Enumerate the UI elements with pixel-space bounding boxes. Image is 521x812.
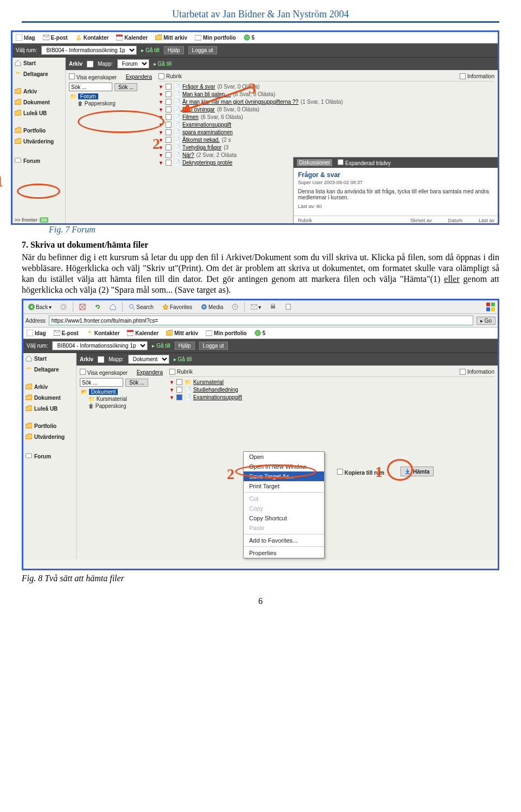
sb-start[interactable]: Start bbox=[15, 60, 63, 66]
logout-btn[interactable]: Logga ut bbox=[188, 46, 217, 54]
search-input[interactable] bbox=[69, 83, 112, 91]
tree2-root[interactable]: 📂 Dokument bbox=[81, 389, 163, 395]
sb2-start[interactable]: Start bbox=[26, 355, 74, 362]
logout-btn-2[interactable]: Logga ut bbox=[199, 342, 228, 350]
nav-arkiv[interactable]: Mitt arkiv bbox=[155, 34, 187, 41]
ie-mail[interactable]: ▾ bbox=[248, 302, 264, 312]
sb2-lulea[interactable]: Luleå UB bbox=[26, 405, 74, 412]
nav2-notif[interactable]: 5 bbox=[255, 330, 266, 336]
nav2-portfolio[interactable]: Min portfolio bbox=[206, 330, 247, 336]
ie-stop[interactable] bbox=[77, 302, 88, 312]
ie-history[interactable] bbox=[229, 302, 241, 312]
tree-root[interactable]: 📁 Forum bbox=[70, 93, 152, 99]
file-row[interactable]: ▼ 📁 Kursmaterial bbox=[169, 379, 494, 385]
nav-kontakter[interactable]: Kontakter bbox=[75, 34, 109, 41]
thread-row[interactable]: ▼ 📄 Filmen (6 Svar, 6 Olästa) bbox=[158, 114, 494, 120]
ctx-open[interactable]: Open bbox=[244, 452, 324, 462]
ie-fwd[interactable] bbox=[58, 302, 69, 312]
tree2-sub[interactable]: 📁 Kursmaterial bbox=[81, 396, 163, 402]
ctx-save-target[interactable]: Save Target As... bbox=[244, 471, 324, 481]
nav2-kontakter[interactable]: Kontakter bbox=[86, 330, 120, 336]
visa-2[interactable]: Visa egenskaper bbox=[80, 369, 128, 376]
col-rubrik[interactable]: Rubrik bbox=[158, 73, 182, 79]
nav-icon[interactable] bbox=[87, 61, 93, 67]
sb-portfolio[interactable]: Portfolio bbox=[15, 127, 63, 134]
sb2-arkiv[interactable]: Arkiv bbox=[26, 383, 74, 390]
nav-kalender[interactable]: Kalender bbox=[116, 34, 148, 41]
ie-back[interactable]: Back ▾ bbox=[26, 302, 54, 312]
sb2-forum[interactable]: Forum bbox=[26, 453, 74, 459]
search-btn-2[interactable]: Sök ... bbox=[125, 379, 148, 387]
ie-print[interactable] bbox=[267, 302, 279, 312]
search-button[interactable]: Sök ... bbox=[115, 83, 137, 91]
addr-input[interactable] bbox=[49, 316, 473, 325]
visa-egenskaper[interactable]: Visa egenskaper bbox=[69, 73, 117, 80]
nav2-kalender[interactable]: Kalender bbox=[127, 330, 158, 336]
ie-media[interactable]: Media bbox=[198, 302, 226, 312]
nav-epost[interactable]: E-post bbox=[43, 34, 68, 41]
nav2-arkiv[interactable]: Mitt arkiv bbox=[166, 330, 198, 336]
sb2-utvardering[interactable]: Utvärdering bbox=[26, 433, 74, 440]
svg-point-36 bbox=[29, 367, 31, 369]
tree2-trash[interactable]: 🗑 Papperskorg bbox=[81, 403, 163, 409]
section-7-head: 7. Skriva ut dokument/hämta filer bbox=[22, 240, 499, 250]
addr-go[interactable]: ▸ Go bbox=[476, 317, 495, 325]
hamta-button[interactable]: Hämta bbox=[401, 467, 434, 476]
sb-utvardering[interactable]: Utvärdering bbox=[15, 138, 63, 144]
thread-row[interactable]: ▼ 📄 Examinationsuppgift bbox=[158, 122, 494, 128]
room-select-2[interactable]: BIB004 - Informationssökning 1p bbox=[52, 341, 148, 350]
nav-icon[interactable] bbox=[98, 356, 104, 363]
popup-expand[interactable]: Expanderad trädvy bbox=[338, 159, 391, 166]
nav-idag[interactable]: Idag bbox=[16, 34, 35, 41]
exp-2[interactable]: Expandera bbox=[137, 369, 163, 375]
mapp-select-2[interactable]: Dokument bbox=[128, 355, 169, 364]
sb2-dokument[interactable]: Dokument bbox=[26, 394, 74, 401]
nav2-epost[interactable]: E-post bbox=[54, 330, 79, 336]
ctx-open-new[interactable]: Open in New Window bbox=[244, 462, 324, 471]
room-select[interactable]: BIB004 - Informationssökning 1p bbox=[41, 46, 137, 55]
nav2-idag[interactable]: Idag bbox=[27, 330, 46, 336]
help-btn-2[interactable]: Hjälp bbox=[175, 342, 195, 350]
expandera-link[interactable]: Expandera bbox=[126, 74, 152, 80]
ie-search[interactable]: Search bbox=[126, 302, 156, 312]
thread-row[interactable]: ▼ 📄 Fel i övningar (8 Svar, 0 Olästa) bbox=[158, 106, 494, 112]
go-to-mapp-2[interactable]: ▸ Gå till bbox=[174, 356, 192, 362]
thread-row[interactable]: ▼ 📄 Tvetydiga frågor (3 bbox=[158, 144, 494, 150]
go-to-btn[interactable]: ▸ Gå till bbox=[141, 47, 159, 53]
sb-dokument[interactable]: Dokument bbox=[15, 99, 63, 105]
sb-forum[interactable]: Forum bbox=[15, 158, 63, 164]
search-input-2[interactable] bbox=[80, 378, 123, 387]
col-info[interactable]: Information bbox=[460, 73, 494, 79]
nav-portfolio[interactable]: Min portfolio bbox=[195, 34, 236, 41]
thread-row[interactable]: ▼ 📄 Är man klar när man gjort övningsupp… bbox=[158, 99, 494, 105]
tree-trash[interactable]: 🗑 Papperskorg bbox=[70, 100, 152, 106]
nav-notif[interactable]: 5 bbox=[244, 34, 255, 41]
sb-arkiv[interactable]: Arkiv bbox=[15, 88, 63, 95]
ctx-copy-shortcut[interactable]: Copy Shortcut bbox=[244, 513, 324, 523]
sb-lulea[interactable]: Luleå UB bbox=[15, 110, 63, 116]
ctx-props[interactable]: Properties bbox=[244, 548, 324, 558]
sb-deltagare[interactable]: Deltagare bbox=[15, 71, 63, 77]
mapp-select[interactable]: Forum bbox=[117, 59, 149, 68]
col-rubrik-2[interactable]: Rubrik bbox=[169, 369, 193, 375]
ie-edit[interactable] bbox=[282, 302, 294, 312]
ctx-print-target[interactable]: Print Target bbox=[244, 481, 324, 491]
ie-refresh[interactable] bbox=[92, 302, 104, 312]
thread-row[interactable]: ▼ 📄 Åtkomst nekad. (2 s bbox=[158, 137, 494, 143]
go-to-mapp[interactable]: ▸ Gå till bbox=[154, 61, 171, 67]
file-row[interactable]: ▼ 📄 Examinationsuppgift bbox=[169, 394, 494, 400]
ctx-add-fav[interactable]: Add to Favorites... bbox=[244, 536, 324, 545]
go-to-2[interactable]: ▸ Gå till bbox=[152, 343, 170, 349]
file-row[interactable]: ▼ 📄 Studiehandledning bbox=[169, 387, 494, 393]
sb2-portfolio[interactable]: Portfolio bbox=[26, 423, 74, 429]
thread-row[interactable]: ▼ 📄 spara examinationen bbox=[158, 129, 494, 135]
popup-tab[interactable]: Diskussioner bbox=[297, 159, 332, 166]
thread-row[interactable]: ▼ 📄 Man kan bli galen.... (8 Svar, 8 Olä… bbox=[158, 91, 494, 97]
ie-fav[interactable]: Favorites bbox=[160, 302, 195, 312]
ie-home[interactable] bbox=[107, 302, 119, 312]
col-info-2[interactable]: Information bbox=[460, 369, 494, 375]
sb2-deltagare[interactable]: Deltagare bbox=[26, 366, 74, 373]
help-btn[interactable]: Hjälp bbox=[164, 46, 184, 54]
thread-row[interactable]: ▼ 📄 Frågor & svar (0 Svar, 0 Olästa) bbox=[158, 84, 494, 90]
kopiera-label[interactable]: Kopiera till rum bbox=[337, 469, 384, 476]
